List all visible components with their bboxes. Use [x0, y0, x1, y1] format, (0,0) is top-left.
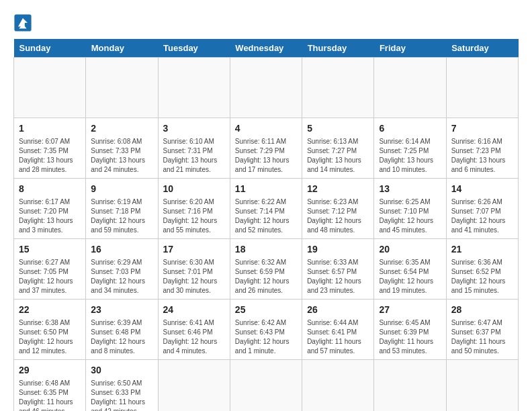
day-number: 30	[91, 363, 152, 377]
day-number: 26	[307, 303, 369, 317]
day-detail: Sunrise: 6:39 AM Sunset: 6:48 PM Dayligh…	[91, 318, 152, 356]
week-row-1: 1Sunrise: 6:07 AM Sunset: 7:35 PM Daylig…	[14, 118, 519, 179]
calendar-cell: 12Sunrise: 6:23 AM Sunset: 7:12 PM Dayli…	[302, 179, 374, 239]
day-detail: Sunrise: 6:14 AM Sunset: 7:25 PM Dayligh…	[379, 137, 441, 175]
day-number: 17	[163, 242, 225, 257]
dow-tuesday: Tuesday	[158, 39, 230, 58]
day-detail: Sunrise: 6:19 AM Sunset: 7:18 PM Dayligh…	[91, 197, 152, 235]
day-detail: Sunrise: 6:27 AM Sunset: 7:05 PM Dayligh…	[19, 258, 81, 295]
day-number: 21	[451, 242, 513, 257]
calendar-cell: 17Sunrise: 6:30 AM Sunset: 7:01 PM Dayli…	[158, 239, 230, 300]
calendar-cell	[158, 360, 230, 412]
calendar-cell: 15Sunrise: 6:27 AM Sunset: 7:05 PM Dayli…	[14, 239, 86, 300]
calendar-cell	[158, 58, 230, 118]
day-detail: Sunrise: 6:47 AM Sunset: 6:37 PM Dayligh…	[451, 318, 513, 356]
calendar-cell: 13Sunrise: 6:25 AM Sunset: 7:10 PM Dayli…	[374, 179, 446, 239]
day-detail: Sunrise: 6:38 AM Sunset: 6:50 PM Dayligh…	[19, 318, 81, 356]
week-row-3: 15Sunrise: 6:27 AM Sunset: 7:05 PM Dayli…	[14, 239, 519, 300]
calendar-cell	[446, 58, 518, 118]
day-detail: Sunrise: 6:08 AM Sunset: 7:33 PM Dayligh…	[91, 137, 152, 175]
calendar-cell: 9Sunrise: 6:19 AM Sunset: 7:18 PM Daylig…	[86, 179, 158, 239]
day-number: 24	[163, 303, 225, 317]
calendar-cell	[302, 58, 374, 118]
day-detail: Sunrise: 6:36 AM Sunset: 6:52 PM Dayligh…	[451, 258, 513, 295]
page-header	[13, 13, 519, 32]
day-number: 22	[19, 303, 81, 317]
logo	[13, 13, 35, 32]
day-detail: Sunrise: 6:20 AM Sunset: 7:16 PM Dayligh…	[163, 197, 225, 235]
day-number: 14	[451, 182, 513, 196]
day-number: 23	[91, 303, 152, 317]
day-number: 7	[451, 122, 513, 136]
calendar-cell	[230, 360, 302, 412]
week-row-4: 22Sunrise: 6:38 AM Sunset: 6:50 PM Dayli…	[14, 300, 519, 360]
day-number: 9	[91, 182, 152, 196]
calendar-cell	[374, 58, 446, 118]
day-number: 3	[163, 122, 225, 136]
day-detail: Sunrise: 6:45 AM Sunset: 6:39 PM Dayligh…	[379, 318, 441, 356]
day-number: 16	[91, 242, 152, 257]
calendar-cell: 23Sunrise: 6:39 AM Sunset: 6:48 PM Dayli…	[86, 300, 158, 360]
calendar-cell: 25Sunrise: 6:42 AM Sunset: 6:43 PM Dayli…	[230, 300, 302, 360]
day-detail: Sunrise: 6:41 AM Sunset: 6:46 PM Dayligh…	[163, 318, 225, 356]
calendar-cell: 6Sunrise: 6:14 AM Sunset: 7:25 PM Daylig…	[374, 118, 446, 179]
dow-wednesday: Wednesday	[230, 39, 302, 58]
calendar-cell: 2Sunrise: 6:08 AM Sunset: 7:33 PM Daylig…	[86, 118, 158, 179]
day-detail: Sunrise: 6:16 AM Sunset: 7:23 PM Dayligh…	[451, 137, 513, 175]
day-detail: Sunrise: 6:42 AM Sunset: 6:43 PM Dayligh…	[235, 318, 297, 356]
calendar-cell: 4Sunrise: 6:11 AM Sunset: 7:29 PM Daylig…	[230, 118, 302, 179]
day-detail: Sunrise: 6:23 AM Sunset: 7:12 PM Dayligh…	[307, 197, 369, 235]
calendar-cell: 20Sunrise: 6:35 AM Sunset: 6:54 PM Dayli…	[374, 239, 446, 300]
calendar-cell: 1Sunrise: 6:07 AM Sunset: 7:35 PM Daylig…	[14, 118, 86, 179]
calendar-cell: 28Sunrise: 6:47 AM Sunset: 6:37 PM Dayli…	[446, 300, 518, 360]
day-detail: Sunrise: 6:26 AM Sunset: 7:07 PM Dayligh…	[451, 197, 513, 235]
day-detail: Sunrise: 6:50 AM Sunset: 6:33 PM Dayligh…	[91, 379, 152, 411]
day-number: 11	[235, 182, 297, 196]
day-number: 6	[379, 122, 441, 136]
day-number: 15	[19, 242, 81, 257]
day-number: 8	[19, 182, 81, 196]
calendar-cell: 18Sunrise: 6:32 AM Sunset: 6:59 PM Dayli…	[230, 239, 302, 300]
day-detail: Sunrise: 6:29 AM Sunset: 7:03 PM Dayligh…	[91, 258, 152, 295]
calendar-cell: 27Sunrise: 6:45 AM Sunset: 6:39 PM Dayli…	[374, 300, 446, 360]
dow-thursday: Thursday	[302, 39, 374, 58]
calendar-cell	[86, 58, 158, 118]
day-number: 1	[19, 122, 81, 136]
day-detail: Sunrise: 6:07 AM Sunset: 7:35 PM Dayligh…	[19, 137, 81, 175]
calendar-cell: 3Sunrise: 6:10 AM Sunset: 7:31 PM Daylig…	[158, 118, 230, 179]
calendar-cell: 5Sunrise: 6:13 AM Sunset: 7:27 PM Daylig…	[302, 118, 374, 179]
calendar-cell: 26Sunrise: 6:44 AM Sunset: 6:41 PM Dayli…	[302, 300, 374, 360]
day-detail: Sunrise: 6:33 AM Sunset: 6:57 PM Dayligh…	[307, 258, 369, 295]
day-number: 25	[235, 303, 297, 317]
dow-sunday: Sunday	[14, 39, 86, 58]
day-detail: Sunrise: 6:11 AM Sunset: 7:29 PM Dayligh…	[235, 137, 297, 175]
day-detail: Sunrise: 6:10 AM Sunset: 7:31 PM Dayligh…	[163, 137, 225, 175]
logo-icon	[13, 13, 32, 32]
calendar-cell: 22Sunrise: 6:38 AM Sunset: 6:50 PM Dayli…	[14, 300, 86, 360]
calendar-cell: 7Sunrise: 6:16 AM Sunset: 7:23 PM Daylig…	[446, 118, 518, 179]
day-number: 29	[19, 363, 81, 377]
calendar-cell	[230, 58, 302, 118]
calendar-cell: 10Sunrise: 6:20 AM Sunset: 7:16 PM Dayli…	[158, 179, 230, 239]
dow-monday: Monday	[86, 39, 158, 58]
calendar-cell: 14Sunrise: 6:26 AM Sunset: 7:07 PM Dayli…	[446, 179, 518, 239]
calendar-cell: 21Sunrise: 6:36 AM Sunset: 6:52 PM Dayli…	[446, 239, 518, 300]
calendar-cell: 24Sunrise: 6:41 AM Sunset: 6:46 PM Dayli…	[158, 300, 230, 360]
calendar-cell: 11Sunrise: 6:22 AM Sunset: 7:14 PM Dayli…	[230, 179, 302, 239]
day-number: 19	[307, 242, 369, 257]
calendar-table: SundayMondayTuesdayWednesdayThursdayFrid…	[13, 39, 519, 411]
day-number: 27	[379, 303, 441, 317]
week-row-0	[14, 58, 519, 118]
day-number: 5	[307, 122, 369, 136]
calendar-cell: 19Sunrise: 6:33 AM Sunset: 6:57 PM Dayli…	[302, 239, 374, 300]
day-number: 20	[379, 242, 441, 257]
week-row-5: 29Sunrise: 6:48 AM Sunset: 6:35 PM Dayli…	[14, 360, 519, 412]
calendar-cell: 16Sunrise: 6:29 AM Sunset: 7:03 PM Dayli…	[86, 239, 158, 300]
day-detail: Sunrise: 6:30 AM Sunset: 7:01 PM Dayligh…	[163, 258, 225, 295]
calendar-cell	[302, 360, 374, 412]
day-number: 2	[91, 122, 152, 136]
day-number: 4	[235, 122, 297, 136]
day-number: 12	[307, 182, 369, 196]
day-detail: Sunrise: 6:35 AM Sunset: 6:54 PM Dayligh…	[379, 258, 441, 295]
calendar-cell	[14, 58, 86, 118]
